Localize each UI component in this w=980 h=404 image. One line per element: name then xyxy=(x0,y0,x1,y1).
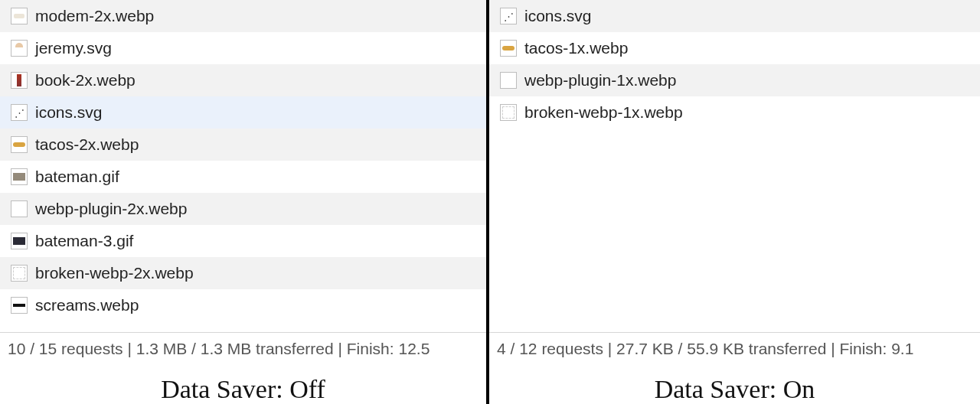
file-name: modem-2x.webp xyxy=(35,7,154,25)
network-row[interactable]: icons.svg xyxy=(0,96,486,129)
network-file-list-right: icons.svgtacos-1x.webpwebp-plugin-1x.web… xyxy=(489,0,980,129)
file-thumbnail-icon xyxy=(11,297,28,314)
file-thumbnail-icon xyxy=(500,104,517,121)
file-name: broken-webp-1x.webp xyxy=(524,103,683,122)
caption-left: Data Saver: Off xyxy=(0,364,486,404)
caption-right: Data Saver: On xyxy=(489,364,980,404)
status-text: 10 / 15 requests | 1.3 MB / 1.3 MB trans… xyxy=(8,340,430,358)
file-name: icons.svg xyxy=(524,7,592,25)
file-thumbnail-icon xyxy=(11,168,28,185)
file-thumbnail-icon xyxy=(500,40,517,57)
network-row[interactable]: modem-2x.webp xyxy=(0,0,486,32)
file-name: book-2x.webp xyxy=(35,71,136,90)
file-thumbnail-icon xyxy=(11,40,28,57)
file-thumbnail-icon xyxy=(11,200,28,217)
network-row[interactable]: webp-plugin-1x.webp xyxy=(489,64,980,96)
file-thumbnail-icon xyxy=(11,233,28,249)
file-name: bateman.gif xyxy=(35,168,119,186)
file-name: tacos-1x.webp xyxy=(524,39,628,57)
network-row[interactable]: icons.svg xyxy=(489,0,980,32)
status-text: 4 / 12 requests | 27.7 KB / 55.9 KB tran… xyxy=(497,340,913,358)
status-bar-left: 10 / 15 requests | 1.3 MB / 1.3 MB trans… xyxy=(0,332,486,364)
network-row[interactable]: broken-webp-2x.webp xyxy=(0,257,486,289)
pane-data-saver-on: icons.svgtacos-1x.webpwebp-plugin-1x.web… xyxy=(486,0,980,404)
file-name: screams.webp xyxy=(35,296,139,314)
network-row[interactable]: webp-plugin-2x.webp xyxy=(0,193,486,225)
file-name: broken-webp-2x.webp xyxy=(35,264,194,282)
network-file-list-left: modem-2x.webpjeremy.svgbook-2x.webpicons… xyxy=(0,0,486,321)
filler xyxy=(489,129,980,332)
filler xyxy=(0,321,486,332)
file-thumbnail-icon xyxy=(11,8,28,24)
network-row[interactable]: tacos-2x.webp xyxy=(0,129,486,161)
file-name: bateman-3.gif xyxy=(35,232,133,250)
network-row[interactable]: bateman.gif xyxy=(0,161,486,193)
file-thumbnail-icon xyxy=(500,8,517,24)
file-thumbnail-icon xyxy=(11,136,28,153)
file-thumbnail-icon xyxy=(11,265,28,282)
file-thumbnail-icon xyxy=(11,104,28,121)
file-name: tacos-2x.webp xyxy=(35,135,139,154)
file-name: webp-plugin-2x.webp xyxy=(35,200,187,218)
network-row[interactable]: screams.webp xyxy=(0,289,486,321)
status-bar-right: 4 / 12 requests | 27.7 KB / 55.9 KB tran… xyxy=(489,332,980,364)
comparison-split: modem-2x.webpjeremy.svgbook-2x.webpicons… xyxy=(0,0,980,404)
network-row[interactable]: broken-webp-1x.webp xyxy=(489,96,980,129)
network-row[interactable]: bateman-3.gif xyxy=(0,225,486,257)
file-thumbnail-icon xyxy=(500,72,517,89)
pane-data-saver-off: modem-2x.webpjeremy.svgbook-2x.webpicons… xyxy=(0,0,486,404)
network-row[interactable]: jeremy.svg xyxy=(0,32,486,64)
file-thumbnail-icon xyxy=(11,72,28,89)
file-name: icons.svg xyxy=(35,103,103,122)
network-row[interactable]: book-2x.webp xyxy=(0,64,486,96)
file-name: webp-plugin-1x.webp xyxy=(524,71,676,90)
network-row[interactable]: tacos-1x.webp xyxy=(489,32,980,64)
file-name: jeremy.svg xyxy=(35,39,112,57)
